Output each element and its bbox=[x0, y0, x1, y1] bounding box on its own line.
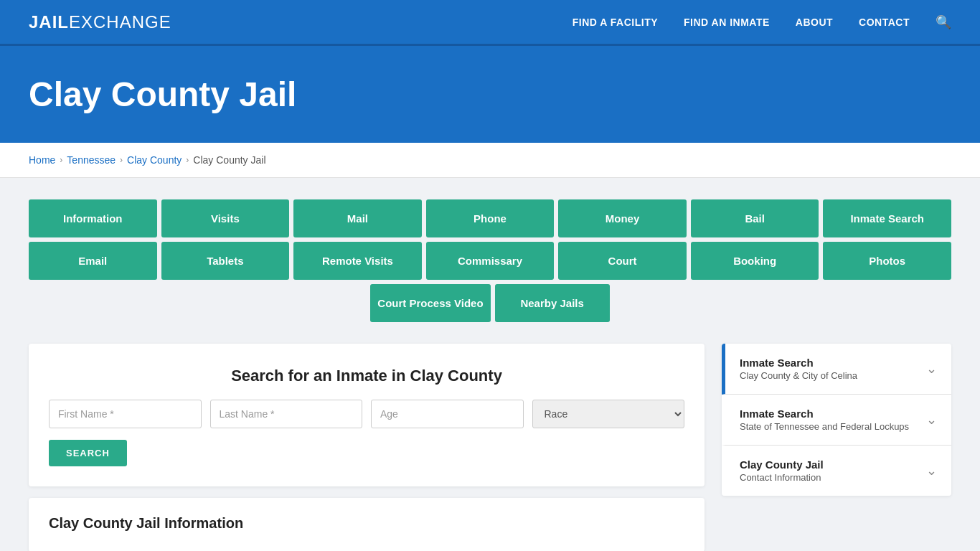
btn-court[interactable]: Court bbox=[558, 242, 687, 280]
site-logo[interactable]: JAIL EXCHANGE bbox=[29, 12, 171, 32]
breadcrumb-home[interactable]: Home bbox=[29, 154, 55, 166]
search-icon[interactable]: 🔍 bbox=[936, 14, 951, 30]
chevron-down-icon-2: ⌄ bbox=[926, 412, 937, 428]
breadcrumb-current: Clay County Jail bbox=[193, 154, 265, 166]
search-input-row: Race White Black Hispanic Asian Other bbox=[49, 400, 684, 428]
chevron-down-icon: ⌄ bbox=[926, 361, 937, 377]
logo-exchange: EXCHANGE bbox=[69, 12, 171, 32]
breadcrumb-sep-2: › bbox=[120, 155, 123, 165]
btn-commissary[interactable]: Commissary bbox=[426, 242, 555, 280]
main-content: Information Visits Mail Phone Money Bail… bbox=[0, 178, 980, 551]
btn-tablets[interactable]: Tablets bbox=[161, 242, 290, 280]
age-input[interactable] bbox=[371, 400, 524, 428]
btn-email[interactable]: Email bbox=[29, 242, 157, 280]
sidebar-item-3-title: Clay County Jail bbox=[740, 458, 824, 471]
navbar: JAIL EXCHANGE FIND A FACILITY FIND AN IN… bbox=[0, 0, 980, 46]
breadcrumb-sep-3: › bbox=[186, 155, 189, 165]
btn-money[interactable]: Money bbox=[558, 199, 687, 237]
btn-nearby-jails[interactable]: Nearby Jails bbox=[495, 284, 610, 322]
sidebar: Inmate Search Clay County & City of Celi… bbox=[722, 344, 951, 496]
breadcrumb-tennessee[interactable]: Tennessee bbox=[67, 154, 116, 166]
breadcrumb: Home › Tennessee › Clay County › Clay Co… bbox=[0, 143, 980, 178]
sidebar-item-2-sub: State of Tennessee and Federal Lockups bbox=[740, 421, 909, 432]
breadcrumb-clay-county[interactable]: Clay County bbox=[127, 154, 182, 166]
sidebar-item-1-title: Inmate Search bbox=[740, 357, 857, 369]
sidebar-item-1[interactable]: Inmate Search Clay County & City of Celi… bbox=[722, 344, 951, 395]
content-area: Search for an Inmate in Clay County Race… bbox=[29, 344, 951, 551]
btn-phone[interactable]: Phone bbox=[426, 199, 555, 237]
btn-information[interactable]: Information bbox=[29, 199, 157, 237]
race-select[interactable]: Race White Black Hispanic Asian Other bbox=[532, 400, 685, 428]
nav-find-inmate[interactable]: FIND AN INMATE bbox=[684, 17, 770, 28]
info-section: Clay County Jail Information bbox=[29, 498, 705, 551]
btn-booking[interactable]: Booking bbox=[691, 242, 819, 280]
nav-button-row3: Court Process Video Nearby Jails bbox=[29, 284, 951, 322]
nav-links: FIND A FACILITY FIND AN INMATE ABOUT CON… bbox=[573, 14, 951, 30]
sidebar-item-3[interactable]: Clay County Jail Contact Information ⌄ bbox=[722, 446, 951, 496]
nav-button-row1: Information Visits Mail Phone Money Bail… bbox=[29, 199, 951, 237]
nav-about[interactable]: ABOUT bbox=[796, 17, 833, 28]
sidebar-item-1-sub: Clay County & City of Celina bbox=[740, 370, 857, 381]
sidebar-item-3-sub: Contact Information bbox=[740, 472, 824, 483]
search-title: Search for an Inmate in Clay County bbox=[49, 367, 684, 385]
sidebar-item-2-title: Inmate Search bbox=[740, 408, 909, 420]
logo-jail: JAIL bbox=[29, 12, 69, 32]
btn-bail[interactable]: Bail bbox=[691, 199, 819, 237]
page-title: Clay County Jail bbox=[29, 75, 951, 114]
sidebar-item-2[interactable]: Inmate Search State of Tennessee and Fed… bbox=[722, 395, 951, 446]
search-submit-button[interactable]: SEARCH bbox=[49, 440, 127, 466]
first-name-input[interactable] bbox=[49, 400, 202, 428]
btn-photos[interactable]: Photos bbox=[823, 242, 951, 280]
last-name-input[interactable] bbox=[210, 400, 363, 428]
btn-visits[interactable]: Visits bbox=[161, 199, 290, 237]
breadcrumb-sep-1: › bbox=[60, 155, 62, 165]
chevron-down-icon-3: ⌄ bbox=[926, 463, 937, 479]
btn-remote-visits[interactable]: Remote Visits bbox=[293, 242, 422, 280]
btn-court-process-video[interactable]: Court Process Video bbox=[370, 284, 490, 322]
btn-mail[interactable]: Mail bbox=[293, 199, 422, 237]
btn-inmate-search[interactable]: Inmate Search bbox=[823, 199, 951, 237]
inmate-search-box: Search for an Inmate in Clay County Race… bbox=[29, 344, 705, 486]
hero-section: Clay County Jail bbox=[0, 46, 980, 143]
nav-contact[interactable]: CONTACT bbox=[859, 17, 910, 28]
nav-button-row2: Email Tablets Remote Visits Commissary C… bbox=[29, 242, 951, 280]
nav-find-facility[interactable]: FIND A FACILITY bbox=[573, 17, 658, 28]
info-section-title: Clay County Jail Information bbox=[49, 515, 684, 532]
